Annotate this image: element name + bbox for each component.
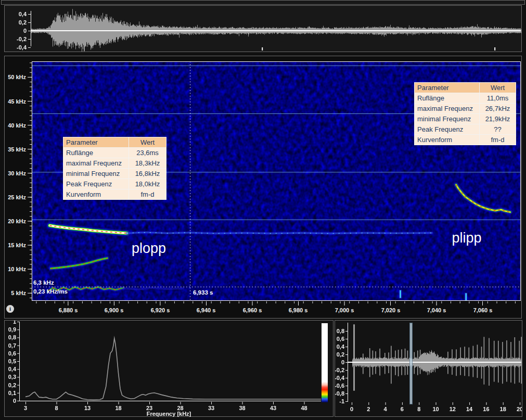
spectrogram-panel[interactable]: ploppplipp6,3 kHz0,23 kHz/ms6,933 s50 kH… — [4, 56, 522, 319]
info-icon[interactable]: i — [6, 305, 14, 313]
time-tick-label: 6,900 s — [105, 307, 124, 313]
spectrum-x-axis-title: Frequency [kHz] — [5, 411, 333, 417]
table-cell: minimal Frequenz — [415, 114, 480, 124]
overview-canvas[interactable] — [335, 321, 522, 416]
table-row: minimal Frequenz21,9kHz — [415, 114, 516, 124]
table-cell: 16,8kHz — [129, 169, 166, 179]
table-header-cell: Parameter — [63, 137, 129, 148]
table-cell: maximal Frequenz — [415, 104, 480, 114]
table-cell: minimal Frequenz — [63, 169, 129, 179]
table-cell: 26,7kHz — [480, 104, 516, 114]
table-cell: 23,6ms — [129, 148, 166, 158]
time-tick-label: 6,880 s — [59, 307, 78, 313]
time-tick-label: 6,980 s — [289, 307, 308, 313]
freq-tick-label: 25 kHz — [8, 194, 26, 200]
time-tick-label: 6,940 s — [197, 307, 216, 313]
freq-tick-label: 50 kHz — [8, 74, 26, 80]
oscillogram-canvas[interactable] — [5, 6, 521, 52]
table-row: maximal Frequenz26,7kHz — [415, 104, 516, 114]
time-tick-label: 6,960 s — [243, 307, 262, 313]
table-row: Peak Frequenz18,0kHz — [63, 179, 166, 189]
freq-tick-label: 20 kHz — [8, 218, 26, 224]
freq-tick-label: 35 kHz — [8, 146, 26, 152]
table-cell: Ruflänge — [415, 93, 480, 104]
call-parameter-table-plopp: ParameterWertRuflänge23,6msmaximal Frequ… — [63, 137, 166, 200]
table-row: minimal Frequenz16,8kHz — [63, 169, 166, 179]
spectrum-panel[interactable]: Frequency [kHz] — [4, 320, 333, 417]
cursor-slope-readout: 0,23 kHz/ms — [33, 288, 68, 295]
top-strip-panel — [1, 0, 525, 5]
cursor-freq-readout: 6,3 kHz — [33, 279, 54, 286]
oscillogram-panel[interactable] — [4, 5, 522, 52]
call-name-label: plopp — [132, 240, 166, 256]
table-header-row: ParameterWert — [63, 137, 166, 148]
time-tick-label: 7,000 s — [335, 307, 354, 313]
time-tick-label: 7,040 s — [427, 307, 446, 313]
table-cell: Peak Frequenz — [415, 124, 480, 135]
table-header-cell: Parameter — [415, 83, 480, 93]
cursor-time-readout: 6,933 s — [193, 289, 213, 296]
call-parameter-table-plipp: ParameterWertRuflänge11,0msmaximal Frequ… — [414, 82, 516, 145]
call-parameter-table: ParameterWertRuflänge23,6msmaximal Frequ… — [63, 137, 166, 200]
table-cell: fm-d — [129, 189, 166, 200]
table-header-cell: Wert — [480, 83, 516, 93]
table-cell: Ruflänge — [63, 148, 129, 158]
freq-tick-label: 40 kHz — [8, 122, 26, 129]
table-row: Ruflänge11,0ms — [415, 93, 516, 104]
call-parameter-table: ParameterWertRuflänge11,0msmaximal Frequ… — [414, 82, 516, 145]
freq-tick-label: 45 kHz — [8, 98, 26, 105]
overview-panel[interactable] — [335, 320, 522, 417]
freq-tick-label: 15 kHz — [8, 242, 26, 248]
table-cell: Kurvenform — [63, 189, 129, 200]
table-cell: Kurvenform — [415, 135, 480, 145]
table-row: Ruflänge23,6ms — [63, 148, 166, 158]
table-cell: maximal Frequenz — [63, 158, 129, 169]
spectrogram-colorbar — [322, 323, 328, 402]
table-row: maximal Frequenz18,3kHz — [63, 158, 166, 169]
table-row: Kurvenformfm-d — [415, 135, 516, 145]
call-name-label: plipp — [452, 230, 481, 246]
spectrum-canvas[interactable] — [5, 321, 333, 416]
freq-tick-label: 30 kHz — [8, 170, 26, 176]
table-header-cell: Wert — [129, 137, 166, 148]
freq-tick-label: 10 kHz — [8, 266, 26, 272]
table-cell: Peak Frequenz — [63, 179, 129, 189]
table-cell: fm-d — [480, 135, 516, 145]
table-header-row: ParameterWert — [415, 83, 516, 93]
table-row: Kurvenformfm-d — [63, 189, 166, 200]
freq-tick-label: 5 kHz — [11, 290, 26, 296]
table-cell: 18,0kHz — [129, 179, 166, 189]
time-tick-label: 7,020 s — [381, 307, 401, 313]
table-row: Peak Frequenz?? — [415, 124, 516, 135]
table-cell: 11,0ms — [480, 93, 516, 104]
time-tick-label: 6,920 s — [151, 307, 170, 313]
bat-call-analysis-window: ploppplipp6,3 kHz0,23 kHz/ms6,933 s50 kH… — [0, 0, 526, 420]
table-cell: 21,9kHz — [480, 114, 516, 124]
playback-cursor[interactable] — [409, 323, 413, 404]
table-cell: ?? — [480, 124, 516, 135]
time-tick-label: 7,060 s — [473, 307, 493, 313]
table-cell: 18,3kHz — [129, 158, 166, 169]
